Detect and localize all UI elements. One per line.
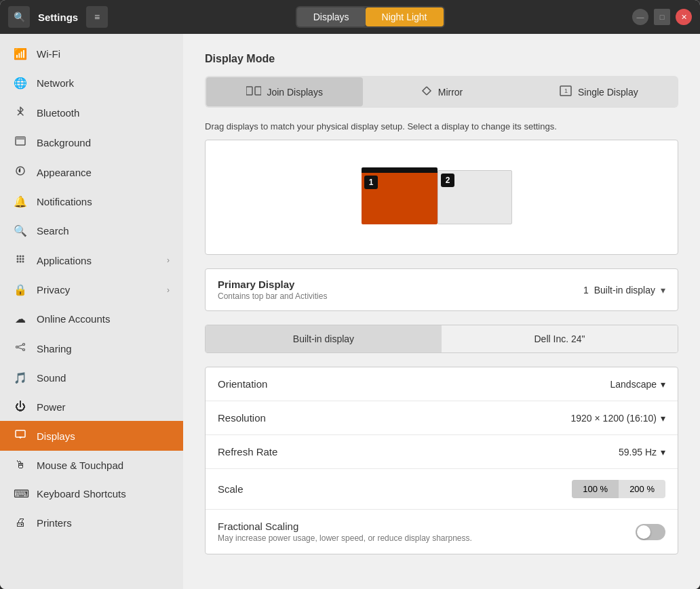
svg-point-4 xyxy=(20,256,22,258)
main: 📶 Wi-Fi 🌐 Network Bluetooth Background xyxy=(0,34,700,589)
sidebar-item-privacy[interactable]: 🔒 Privacy › xyxy=(0,275,183,304)
display-box-1[interactable]: 1 xyxy=(362,167,438,224)
content-area: Display Mode Join Displays Mirror xyxy=(183,34,700,589)
titlebar-left: 🔍 Settings ≡ xyxy=(8,6,108,28)
sidebar-item-network[interactable]: 🌐 Network xyxy=(0,68,183,98)
sidebar-item-search[interactable]: 🔍 Search xyxy=(0,216,183,245)
join-displays-icon xyxy=(246,85,261,98)
primary-display-labels: Primary Display Contains top bar and Act… xyxy=(218,279,327,301)
titlebar: 🔍 Settings ≡ Displays Night Light — □ ✕ xyxy=(0,0,700,34)
sidebar-item-notifications[interactable]: 🔔 Notifications xyxy=(0,187,183,216)
scale-group: 100 % 200 % xyxy=(572,480,665,498)
displays-icon xyxy=(14,429,27,443)
display-tab-builtin[interactable]: Built-in display xyxy=(206,325,442,352)
online-accounts-icon: ☁ xyxy=(14,312,27,325)
svg-point-13 xyxy=(23,344,25,346)
setting-row-orientation: Orientation Landscape ▾ xyxy=(206,367,678,401)
sidebar-item-mouse-touchpad[interactable]: 🖱 Mouse & Touchpad xyxy=(0,451,183,479)
sidebar-item-bluetooth[interactable]: Bluetooth xyxy=(0,98,183,127)
sidebar-item-sharing[interactable]: Sharing xyxy=(0,333,183,363)
sidebar-label-network: Network xyxy=(37,77,74,89)
sidebar-item-keyboard-shortcuts[interactable]: ⌨ Keyboard Shortcuts xyxy=(0,479,183,508)
display-1-badge: 1 xyxy=(364,176,378,189)
menu-button[interactable]: ≡ xyxy=(86,6,108,28)
maximize-button[interactable]: □ xyxy=(654,9,670,25)
sidebar-label-wifi: Wi-Fi xyxy=(37,48,60,60)
scale-label: Scale xyxy=(218,483,244,495)
display-box-2[interactable]: 2 xyxy=(438,170,512,224)
titlebar-right: — □ ✕ xyxy=(632,9,692,25)
svg-point-7 xyxy=(20,258,22,260)
sidebar-label-sound: Sound xyxy=(37,372,66,384)
orientation-value[interactable]: Landscape ▾ xyxy=(610,379,665,390)
resolution-dropdown-arrow[interactable]: ▾ xyxy=(661,413,665,424)
appearance-icon xyxy=(14,165,27,179)
window-title: Settings xyxy=(38,12,78,23)
tab-displays[interactable]: Displays xyxy=(297,7,366,26)
search-sidebar-icon: 🔍 xyxy=(14,224,27,237)
display-instruction: Drag displays to match your physical dis… xyxy=(205,121,678,131)
mode-join-displays[interactable]: Join Displays xyxy=(206,77,363,106)
single-display-label: Single Display xyxy=(578,87,638,98)
sidebar-label-mouse-touchpad: Mouse & Touchpad xyxy=(37,460,123,471)
printers-icon: 🖨 xyxy=(14,516,27,529)
sidebar-label-keyboard-shortcuts: Keyboard Shortcuts xyxy=(37,488,126,500)
svg-rect-1 xyxy=(16,137,25,140)
svg-point-10 xyxy=(20,261,22,263)
refresh-rate-value[interactable]: 59.95 Hz ▾ xyxy=(619,447,665,458)
sidebar-item-sound[interactable]: 🎵 Sound xyxy=(0,363,183,392)
minimize-button[interactable]: — xyxy=(632,9,648,25)
sidebar-item-appearance[interactable]: Appearance xyxy=(0,157,183,187)
orientation-dropdown-arrow[interactable]: ▾ xyxy=(661,379,665,390)
svg-text:1: 1 xyxy=(564,87,568,94)
svg-point-8 xyxy=(22,258,24,260)
resolution-value[interactable]: 1920 × 1200 (16:10) ▾ xyxy=(571,413,666,424)
orientation-label: Orientation xyxy=(218,378,267,390)
display-2-badge: 2 xyxy=(441,174,454,187)
sidebar-label-notifications: Notifications xyxy=(37,196,92,207)
mirror-icon xyxy=(421,85,433,98)
sidebar-label-power: Power xyxy=(37,401,66,413)
primary-display-dropdown-arrow[interactable]: ▾ xyxy=(661,285,665,296)
sidebar-label-bluetooth: Bluetooth xyxy=(37,107,79,119)
svg-point-9 xyxy=(17,261,19,263)
tab-group: Displays Night Light xyxy=(296,6,445,28)
sidebar-label-background: Background xyxy=(37,137,91,148)
tab-night-light[interactable]: Night Light xyxy=(366,7,444,26)
display-tab-dell[interactable]: Dell Inc. 24" xyxy=(442,325,678,352)
sidebar-label-displays: Displays xyxy=(37,430,75,442)
sidebar: 📶 Wi-Fi 🌐 Network Bluetooth Background xyxy=(0,34,183,589)
refresh-rate-value-text: 59.95 Hz xyxy=(619,447,657,458)
close-button[interactable]: ✕ xyxy=(676,9,692,25)
mode-mirror[interactable]: Mirror xyxy=(363,77,520,106)
sidebar-item-displays[interactable]: Displays xyxy=(0,421,183,451)
network-icon: 🌐 xyxy=(14,77,27,89)
svg-point-11 xyxy=(22,261,24,263)
svg-line-15 xyxy=(18,345,22,347)
titlebar-center: Displays Night Light xyxy=(108,6,632,28)
scale-100-button[interactable]: 100 % xyxy=(572,480,619,498)
primary-display-row: Primary Display Contains top bar and Act… xyxy=(205,268,678,311)
refresh-rate-dropdown-arrow[interactable]: ▾ xyxy=(661,447,665,458)
notifications-icon: 🔔 xyxy=(14,195,27,208)
join-displays-label: Join Displays xyxy=(267,87,322,98)
single-display-icon: 1 xyxy=(559,85,572,98)
settings-card: Orientation Landscape ▾ Resolution 1920 … xyxy=(205,367,678,554)
mirror-label: Mirror xyxy=(438,87,463,98)
scale-200-button[interactable]: 200 % xyxy=(619,480,665,498)
sidebar-label-sharing: Sharing xyxy=(37,343,72,354)
sidebar-item-applications[interactable]: Applications › xyxy=(0,245,183,275)
primary-display-value: 1 Built-in display ▾ xyxy=(583,285,665,296)
sidebar-label-online-accounts: Online Accounts xyxy=(37,313,110,325)
sidebar-item-wifi[interactable]: 📶 Wi-Fi xyxy=(0,39,183,68)
applications-chevron-icon: › xyxy=(167,256,170,265)
sidebar-item-background[interactable]: Background xyxy=(0,127,183,157)
sidebar-item-printers[interactable]: 🖨 Printers xyxy=(0,508,183,537)
sidebar-item-online-accounts[interactable]: ☁ Online Accounts xyxy=(0,304,183,333)
fractional-scaling-toggle[interactable] xyxy=(636,524,665,540)
mode-single-display[interactable]: 1 Single Display xyxy=(520,77,677,106)
sidebar-item-power[interactable]: ⏻ Power xyxy=(0,392,183,421)
search-button[interactable]: 🔍 xyxy=(8,6,30,28)
svg-line-16 xyxy=(18,348,22,350)
toggle-knob xyxy=(637,525,650,539)
